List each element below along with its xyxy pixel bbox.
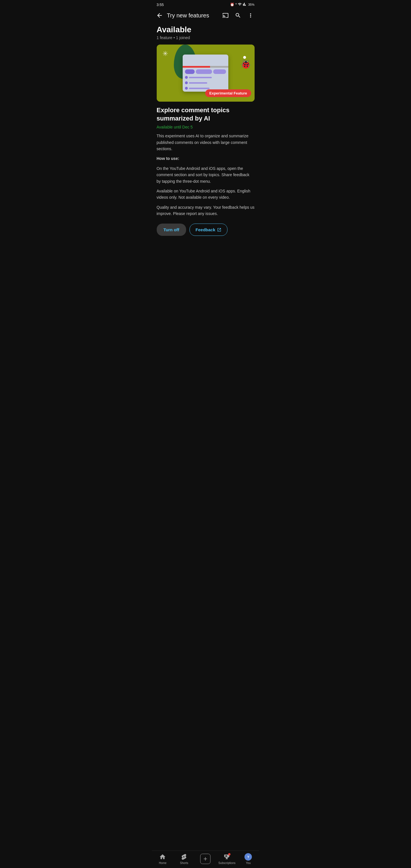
feature-image-bg: ✳ 🐞 xyxy=(157,44,255,102)
back-button[interactable] xyxy=(156,11,163,20)
mock-chip-1 xyxy=(185,69,195,74)
how-to-use-heading: How to use: xyxy=(157,155,255,162)
nav-shorts[interactable]: Shorts xyxy=(176,853,193,865)
how-to-use-body: On the YouTube Android and iOS apps, ope… xyxy=(157,165,255,184)
add-button[interactable] xyxy=(200,854,211,864)
cast-button[interactable] xyxy=(220,10,231,21)
bluetooth-icon: * xyxy=(235,3,237,6)
availability-text: Available on YouTube Android and iOS app… xyxy=(157,188,255,201)
mock-chip-3 xyxy=(213,69,226,74)
search-button[interactable] xyxy=(233,10,243,21)
subscriptions-icon xyxy=(223,853,231,861)
nav-you[interactable]: Y You xyxy=(240,853,257,865)
section-title: Available xyxy=(157,25,255,34)
status-bar: 3:55 ⏰ * 35% xyxy=(152,0,259,8)
mock-list-item-2 xyxy=(185,81,226,85)
mock-chip-row-1 xyxy=(185,69,226,74)
mock-line-2 xyxy=(189,82,207,84)
mock-avatar-3 xyxy=(185,87,188,90)
you-label: You xyxy=(246,862,251,865)
mock-content xyxy=(183,55,228,92)
shorts-label: Shorts xyxy=(180,862,188,865)
battery-text: 35% xyxy=(248,3,254,6)
user-avatar: Y xyxy=(245,853,252,861)
mock-line-3 xyxy=(189,88,210,89)
page-content: Available 1 feature • 1 joined ✳ 🐞 xyxy=(152,23,259,238)
page-title: Try new features xyxy=(167,12,217,19)
home-label: Home xyxy=(159,862,167,865)
alarm-icon: ⏰ xyxy=(230,3,234,6)
toolbar: Try new features xyxy=(152,8,259,23)
bottom-nav: Home Shorts Subscriptions Y You xyxy=(152,850,259,868)
mock-line-1 xyxy=(189,77,212,78)
nav-add[interactable] xyxy=(197,854,214,864)
mock-avatar-1 xyxy=(185,76,188,79)
wifi-icon xyxy=(238,2,242,7)
deco-bug-icon: 🐞 xyxy=(239,57,253,71)
signal-icon xyxy=(243,2,247,7)
action-buttons: Turn off Feedback xyxy=(157,223,255,238)
turn-off-button[interactable]: Turn off xyxy=(157,223,186,236)
status-time: 3:55 xyxy=(157,3,164,7)
toolbar-actions xyxy=(220,10,256,21)
mock-avatar-2 xyxy=(185,82,188,84)
feedback-button[interactable]: Feedback xyxy=(190,223,227,236)
feature-title: Explore comment topics summarized by AI xyxy=(157,106,255,123)
you-icon: Y xyxy=(245,853,252,861)
mock-video-bar xyxy=(183,66,228,68)
feature-description-1: This experiment uses AI to organize and … xyxy=(157,133,255,152)
quality-note: Quality and accuracy may vary. Your feed… xyxy=(157,204,255,217)
mock-list-item-1 xyxy=(185,75,226,80)
status-icons: ⏰ * 35% xyxy=(230,2,255,7)
feature-image-card: ✳ 🐞 xyxy=(157,44,255,102)
nav-subscriptions[interactable]: Subscriptions xyxy=(218,853,235,865)
mock-chip-2 xyxy=(196,69,212,74)
subscriptions-label: Subscriptions xyxy=(218,862,235,865)
feature-availability: Available until Dec 5 xyxy=(157,125,255,129)
deco-asterisk-icon: ✳ xyxy=(162,50,168,57)
experimental-badge: Experimental Feature xyxy=(205,89,251,97)
nav-home[interactable]: Home xyxy=(154,853,171,865)
section-subtitle: 1 feature • 1 joined xyxy=(157,35,255,40)
mock-phone-ui xyxy=(183,55,228,92)
home-icon xyxy=(159,853,166,861)
more-options-button[interactable] xyxy=(246,10,256,21)
external-link-icon xyxy=(217,227,221,232)
shorts-icon xyxy=(180,853,188,861)
